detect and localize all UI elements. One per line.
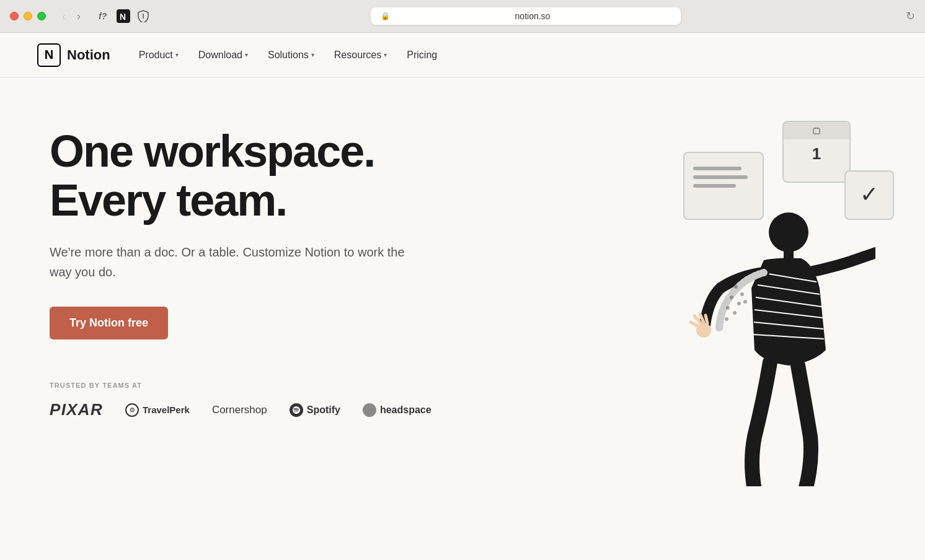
formula-extension-icon[interactable]: f? <box>97 9 110 23</box>
hero-section: One workspace. Every team. We're more th… <box>0 77 925 486</box>
pixar-logo: PIXAR <box>50 400 103 419</box>
svg-point-27 <box>726 306 730 310</box>
calendar-icon <box>813 127 820 134</box>
address-bar[interactable]: 🔒 notion.so <box>371 7 681 25</box>
svg-point-29 <box>725 317 728 321</box>
browser-extensions: f? N <box>97 9 150 23</box>
svg-point-23 <box>740 292 744 296</box>
forward-button[interactable]: › <box>73 9 84 24</box>
maximize-button[interactable] <box>37 12 46 20</box>
nav-item-product[interactable]: Product ▾ <box>130 45 187 66</box>
spotify-logo: Spotify <box>290 403 340 417</box>
trusted-label: TRUSTED BY TEAMS AT <box>50 382 432 389</box>
notion-extension-icon[interactable]: N <box>117 9 130 23</box>
solutions-chevron-icon: ▾ <box>311 51 314 58</box>
nav-item-download[interactable]: Download ▾ <box>190 45 257 66</box>
svg-point-24 <box>730 295 733 299</box>
svg-line-16 <box>691 322 699 326</box>
back-button[interactable]: ‹ <box>58 9 69 24</box>
svg-rect-4 <box>813 128 820 134</box>
hero-headline: One workspace. Every team. <box>50 127 432 225</box>
svg-point-26 <box>743 300 747 304</box>
address-bar-container: 🔒 notion.so <box>157 7 893 25</box>
calendar-header <box>784 122 849 139</box>
cornershop-logo: Cornershop <box>212 404 267 416</box>
minimize-button[interactable] <box>24 12 32 20</box>
hero-illustration: 1 ✓ <box>565 102 925 486</box>
figure-illustration <box>640 164 875 486</box>
svg-point-25 <box>737 302 741 305</box>
site-nav: N Notion Product ▾ Download ▾ Solutions … <box>0 33 925 77</box>
reload-button[interactable]: ↻ <box>906 9 915 23</box>
nav-item-pricing[interactable]: Pricing <box>398 45 446 66</box>
nav-logo[interactable]: N Notion <box>37 43 110 67</box>
browser-titlebar: ‹ › f? N <box>0 0 925 32</box>
url-text: notion.so <box>395 11 671 21</box>
browser-chrome: ‹ › f? N <box>0 0 925 33</box>
nav-logo-text: Notion <box>67 47 110 63</box>
trusted-section: TRUSTED BY TEAMS AT PIXAR ⊙ TravelPerk C… <box>50 382 432 419</box>
svg-text:f?: f? <box>99 11 107 21</box>
notion-logo-icon: N <box>37 43 61 67</box>
browser-nav-arrows: ‹ › <box>58 9 84 24</box>
cta-button[interactable]: Try Notion free <box>50 307 168 339</box>
traffic-lights <box>10 12 46 20</box>
travelperk-logo: ⊙ TravelPerk <box>125 403 190 417</box>
resources-chevron-icon: ▾ <box>384 51 387 58</box>
lock-icon: 🔒 <box>381 12 390 20</box>
headspace-logo: headspace <box>363 403 432 417</box>
travelperk-icon: ⊙ <box>125 403 139 417</box>
nav-links: Product ▾ Download ▾ Solutions ▾ Resourc… <box>130 45 888 66</box>
svg-line-19 <box>706 315 707 323</box>
headspace-icon <box>363 403 376 417</box>
svg-text:N: N <box>120 12 126 22</box>
nav-item-resources[interactable]: Resources ▾ <box>325 45 396 66</box>
nav-item-solutions[interactable]: Solutions ▾ <box>259 45 323 66</box>
shield-extension-icon[interactable] <box>136 9 150 23</box>
close-button[interactable] <box>10 12 19 20</box>
svg-point-22 <box>734 285 738 289</box>
svg-point-28 <box>733 311 737 315</box>
product-chevron-icon: ▾ <box>175 51 179 58</box>
brand-logos: PIXAR ⊙ TravelPerk Cornershop <box>50 400 432 419</box>
website: N Notion Product ▾ Download ▾ Solutions … <box>0 33 925 560</box>
download-chevron-icon: ▾ <box>245 51 248 58</box>
hero-content: One workspace. Every team. We're more th… <box>50 127 432 419</box>
hero-subtext: We're more than a doc. Or a table. Custo… <box>50 242 409 282</box>
svg-point-7 <box>769 212 808 252</box>
spotify-icon <box>290 403 303 417</box>
